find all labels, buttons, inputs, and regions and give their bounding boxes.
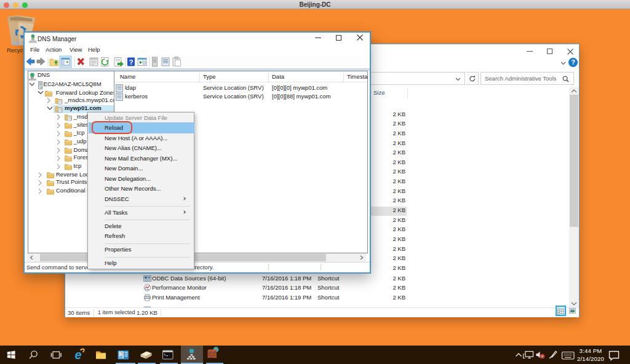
svg-text:?: ?: [129, 58, 134, 66]
